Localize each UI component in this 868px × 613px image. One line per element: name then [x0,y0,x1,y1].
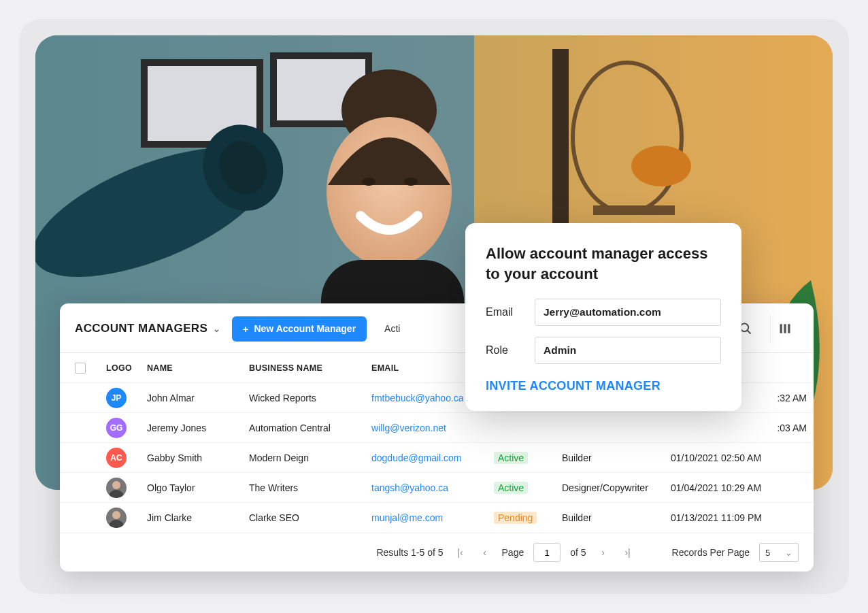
filter-tab-active[interactable]: Acti [378,318,407,339]
role-label: Role [486,344,522,357]
cell-email[interactable]: dogdude@gmail.com [371,452,462,463]
page-first-icon[interactable]: |‹ [453,547,468,558]
panel-title: ACCOUNT MANAGERS [75,322,207,335]
cell-role: Builder [562,512,671,523]
cell-email[interactable]: fmtbebuck@yahoo.ca [371,393,464,403]
svg-rect-17 [780,324,782,333]
status-badge: Pending [494,512,537,524]
cell-business: Clarke SEO [249,512,371,523]
table-row[interactable]: GGJeremy JonesAutomation Centralwillg@ve… [60,413,814,443]
cell-timestamp: :03 AM [671,423,807,433]
table-row[interactable]: Olgo TaylorThe Writerstangsh@yahoo.caAct… [60,473,814,503]
invite-button[interactable]: INVITE ACCOUNT MANAGER [486,379,721,393]
pager: Results 1-5 of 5 |‹ ‹ Page of 5 › ›| Rec… [60,533,814,571]
logo-badge: AC [106,448,127,468]
cell-role: Designer/Copywriter [562,482,671,493]
svg-line-16 [747,331,750,334]
cell-name: Gabby Smith [147,452,249,463]
chevron-down-icon: ⌄ [785,548,792,558]
new-account-manager-button[interactable]: + New Account Manager [232,316,367,342]
cell-name: Jim Clarke [147,512,249,523]
cell-business: Modern Deign [249,452,371,463]
cell-email[interactable]: munjal@me.com [371,512,443,523]
cell-timestamp: 01/13/2021 11:09 PM [671,512,807,523]
plus-icon: + [243,323,249,335]
new-button-label: New Account Manager [254,323,356,334]
logo-badge: GG [106,418,127,438]
svg-point-13 [404,178,418,186]
cell-business: Automation Central [249,423,371,433]
records-label: Records Per Page [672,547,750,558]
page-next-icon[interactable]: › [596,547,611,558]
table-row[interactable]: ACGabby SmithModern Deigndogdude@gmail.c… [60,443,814,473]
cell-role: Builder [562,452,671,463]
svg-point-12 [362,178,375,186]
cell-name: Olgo Taylor [147,482,249,493]
results-summary: Results 1-5 of 5 [376,547,443,558]
logo-badge: JP [106,388,127,408]
col-logo: LOGO [106,363,147,373]
invite-modal: Allow account manager access to your acc… [465,223,741,411]
svg-point-6 [631,146,691,186]
cell-name: John Almar [147,393,249,403]
cell-email[interactable]: tangsh@yahoo.ca [371,482,448,493]
avatar [106,478,127,498]
select-all-checkbox[interactable] [75,363,86,374]
svg-rect-5 [593,205,675,215]
col-business: BUSINESS NAME [249,363,371,373]
email-label: Email [486,306,522,318]
svg-point-21 [109,490,124,498]
col-name: NAME [147,363,249,373]
modal-title: Allow account manager access to your acc… [486,244,721,284]
role-field[interactable]: Admin [535,337,721,364]
cell-business: Wicked Reports [249,393,371,403]
panel-title-dropdown[interactable]: ACCOUNT MANAGERS ⌄ [75,322,221,335]
svg-rect-19 [788,324,790,333]
cell-name: Jeremy Jones [147,423,249,433]
cell-email[interactable]: willg@verizon.net [371,423,446,433]
svg-rect-18 [784,324,786,333]
email-field[interactable]: Jerry@automation.com [535,299,721,326]
cell-business: The Writers [249,482,371,493]
records-per-page-select[interactable]: 5 ⌄ [759,543,799,562]
cell-timestamp: 01/10/2021 02:50 AM [671,452,807,463]
svg-point-20 [112,481,120,489]
page-prev-icon[interactable]: ‹ [478,547,493,558]
avatar [106,508,127,528]
table-row[interactable]: Jim ClarkeClarke SEOmunjal@me.comPending… [60,503,814,533]
cell-timestamp: 01/04/2021 10:29 AM [671,482,807,493]
page-label: Page [502,547,524,558]
chevron-down-icon: ⌄ [213,324,220,334]
status-badge: Active [494,452,528,464]
columns-icon[interactable] [770,314,799,343]
page-input[interactable] [533,543,561,562]
svg-point-22 [112,511,120,519]
page-last-icon[interactable]: ›| [620,547,635,558]
page-of: of 5 [570,547,586,558]
status-badge: Active [494,482,528,494]
svg-point-23 [109,520,124,528]
